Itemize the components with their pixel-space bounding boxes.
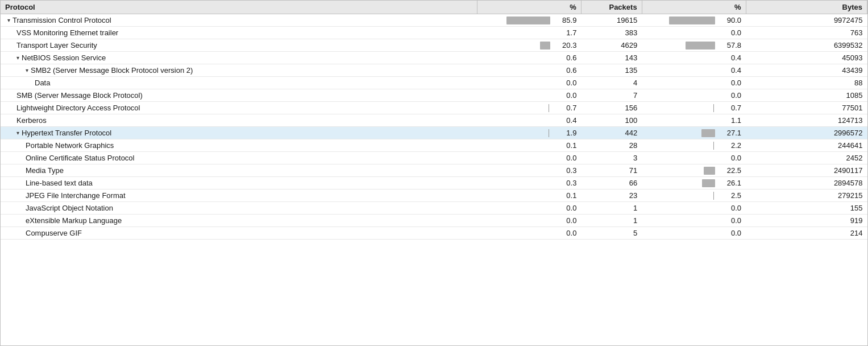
- protocol-label: Lightweight Directory Access Protocol: [16, 104, 140, 112]
- rx-percent-value: 0.0: [719, 91, 741, 100]
- table-row[interactable]: Data0.040.088: [1, 77, 867, 89]
- rx-percent-value: 57.8: [719, 41, 741, 50]
- protocol-name-cell: Kerberos: [1, 114, 477, 127]
- table-row[interactable]: Kerberos0.41001.1124713: [1, 114, 867, 127]
- protocol-label: Transport Layer Security: [16, 41, 97, 50]
- protocol-label: NetBIOS Session Service: [22, 53, 106, 62]
- tx-percent-value: 85.9: [554, 16, 576, 24]
- table-row[interactable]: VSS Monitoring Ethernet trailer1.73830.0…: [1, 27, 867, 39]
- rx-percent-value: 1.1: [719, 116, 741, 125]
- packets-cell: 71: [581, 164, 642, 177]
- table-row[interactable]: JPEG File Interchange Format0.1232.52792…: [1, 190, 867, 202]
- packets-cell: 156: [581, 102, 642, 114]
- rx-percent-value: 0.7: [719, 104, 741, 112]
- bytes-cell: 2490117: [746, 164, 867, 177]
- table-row[interactable]: Portable Network Graphics0.1282.2244641: [1, 139, 867, 152]
- bytes-cell: 88: [746, 77, 867, 89]
- bytes-cell: 6399532: [746, 39, 867, 52]
- rx-percent-cell: 1.1: [642, 114, 746, 127]
- packets-cell: 143: [581, 52, 642, 64]
- table-row[interactable]: ▾NetBIOS Session Service0.61430.445093: [1, 52, 867, 64]
- protocol-label: JavaScript Object Notation: [26, 204, 113, 212]
- rx-percent-cell: 0.4: [642, 64, 746, 77]
- protocol-name-cell: Media Type: [1, 164, 477, 177]
- table-row[interactable]: Lightweight Directory Access Protocol0.7…: [1, 102, 867, 114]
- expand-chevron-icon[interactable]: ▾: [16, 55, 19, 61]
- packets-cell: 135: [581, 64, 642, 77]
- col-header-bytes: Bytes: [746, 1, 867, 14]
- rx-percent-cell: 0.0: [642, 152, 746, 164]
- table-row[interactable]: Online Certificate Status Protocol0.030.…: [1, 152, 867, 164]
- col-header-percent-tx: %: [477, 1, 581, 14]
- rx-percent-value: 0.0: [719, 28, 741, 37]
- expand-chevron-icon[interactable]: ▾: [7, 17, 10, 23]
- table-row[interactable]: Line-based text data0.36626.12894578: [1, 177, 867, 190]
- protocol-label: Transmission Control Protocol: [13, 16, 111, 24]
- packets-cell: 1: [581, 202, 642, 215]
- rx-bar: [686, 42, 715, 50]
- bytes-cell: 45093: [746, 52, 867, 64]
- table-row[interactable]: SMB (Server Message Block Protocol)0.070…: [1, 89, 867, 102]
- col-header-protocol: Protocol: [1, 1, 477, 14]
- packets-cell: 1: [581, 215, 642, 227]
- tx-percent-value: 0.6: [554, 53, 576, 62]
- bytes-cell: 919: [746, 215, 867, 227]
- rx-percent-value: 90.0: [719, 16, 741, 24]
- protocol-label: Line-based text data: [26, 179, 93, 187]
- packets-cell: 4629: [581, 39, 642, 52]
- rx-percent-cell: 0.0: [642, 202, 746, 215]
- protocol-name-cell: Compuserve GIF: [1, 227, 477, 240]
- tx-percent-cell: 0.4: [477, 114, 581, 127]
- table-row[interactable]: ▾Transmission Control Protocol85.9196159…: [1, 14, 867, 27]
- protocol-name-cell: eXtensible Markup Language: [1, 215, 477, 227]
- tx-percent-value: 0.3: [554, 179, 576, 187]
- rx-percent-value: 0.0: [719, 154, 741, 162]
- packets-cell: 4: [581, 77, 642, 89]
- tx-percent-value: 0.4: [554, 116, 576, 125]
- tx-percent-cell: 85.9: [477, 14, 581, 27]
- rx-percent-value: 2.2: [719, 141, 741, 150]
- table-row[interactable]: eXtensible Markup Language0.010.0919: [1, 215, 867, 227]
- tx-percent-value: 0.1: [554, 141, 576, 150]
- tx-percent-value: 0.0: [554, 154, 576, 162]
- rx-percent-cell: 0.0: [642, 77, 746, 89]
- table-row[interactable]: Transport Layer Security20.3462957.86399…: [1, 39, 867, 52]
- bytes-cell: 1085: [746, 89, 867, 102]
- rx-percent-cell: 0.0: [642, 227, 746, 240]
- protocol-name-cell: ▾NetBIOS Session Service: [1, 52, 477, 64]
- expand-chevron-icon[interactable]: ▾: [26, 67, 28, 73]
- rx-percent-cell: 22.5: [642, 164, 746, 177]
- table-row[interactable]: Media Type0.37122.52490117: [1, 164, 867, 177]
- protocol-name-cell: ▾SMB2 (Server Message Block Protocol ver…: [1, 64, 477, 77]
- rx-percent-cell: 26.1: [642, 177, 746, 190]
- protocol-label: Media Type: [26, 166, 64, 175]
- rx-percent-cell: 2.5: [642, 190, 746, 202]
- protocol-label: Online Certificate Status Protocol: [26, 154, 134, 162]
- tx-percent-cell: 1.9: [477, 127, 581, 139]
- tx-percent-value: 0.7: [554, 104, 576, 112]
- expand-chevron-icon[interactable]: ▾: [16, 130, 19, 136]
- table-row[interactable]: Compuserve GIF0.050.0214: [1, 227, 867, 240]
- rx-percent-value: 2.5: [719, 191, 741, 200]
- bytes-cell: 2894578: [746, 177, 867, 190]
- bytes-cell: 279215: [746, 190, 867, 202]
- bytes-cell: 2996572: [746, 127, 867, 139]
- table-row[interactable]: JavaScript Object Notation0.010.0155: [1, 202, 867, 215]
- tx-percent-cell: 0.0: [477, 227, 581, 240]
- tx-percent-value: 0.3: [554, 166, 576, 175]
- table-row[interactable]: ▾Hypertext Transfer Protocol1.944227.129…: [1, 127, 867, 139]
- table-row[interactable]: ▾SMB2 (Server Message Block Protocol ver…: [1, 64, 867, 77]
- rx-percent-value: 0.0: [719, 216, 741, 225]
- protocol-label: SMB (Server Message Block Protocol): [16, 91, 143, 100]
- protocol-stats-table: Protocol % Packets % Bytes ▾Transmission…: [0, 0, 868, 346]
- tx-percent-cell: 20.3: [477, 39, 581, 52]
- packets-cell: 5: [581, 227, 642, 240]
- tx-percent-cell: 0.3: [477, 164, 581, 177]
- packets-cell: 383: [581, 27, 642, 39]
- rx-percent-cell: 0.7: [642, 102, 746, 114]
- tx-percent-cell: 0.0: [477, 77, 581, 89]
- tx-percent-value: 0.6: [554, 66, 576, 75]
- tx-percent-cell: 0.0: [477, 215, 581, 227]
- col-header-percent-rx: %: [642, 1, 746, 14]
- rx-percent-value: 0.0: [719, 79, 741, 87]
